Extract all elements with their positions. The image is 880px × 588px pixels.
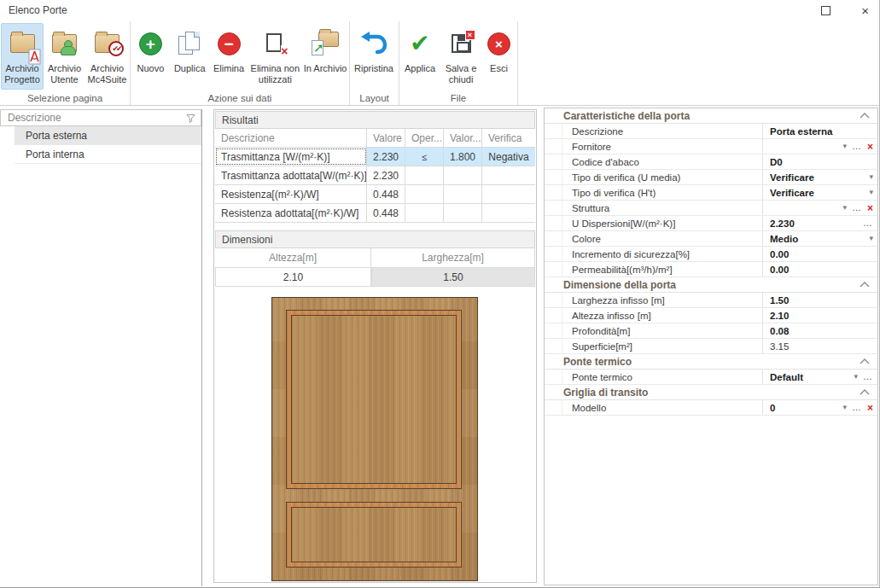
property-value-editor[interactable]: 2.10 [762,308,877,323]
cell-valore[interactable]: 2.230 [367,166,405,184]
property-label: Fornitore [562,139,762,154]
cell-verifica[interactable] [482,166,535,184]
close-icon[interactable]: × [856,4,874,17]
duplica-button[interactable]: Duplica [170,23,210,90]
filter-icon[interactable] [186,114,195,123]
property-row-colore: Colore Medio ▾ [545,231,877,247]
property-value-editor[interactable]: Medio ▾ [762,231,877,246]
cell-operatore[interactable]: ≤ [405,148,444,166]
clear-x-icon[interactable]: × [867,403,873,413]
elimina-button[interactable]: − Elimina [210,23,248,90]
dropdown-caret-icon[interactable]: ▾ [842,204,847,212]
check-icon: ✔ [410,32,429,55]
property-value-editor[interactable]: 0.00 [762,262,877,277]
ellipsis-button-icon[interactable]: … [863,221,873,224]
property-label: Colore [562,231,762,246]
cell-descrizione[interactable]: Trasmittanza [W/(m²·K)] [215,148,367,166]
dropdown-caret-icon[interactable]: ▾ [869,173,873,181]
list-item-porta-interna[interactable]: Porta interna [15,145,201,164]
dimensions-caption: Dimensioni [215,230,535,248]
column-header[interactable]: Valor... [444,129,482,147]
cell-verifica[interactable]: Negativa [482,148,535,166]
elimina-non-utilizzati-button[interactable]: × Elimina non utilizzati [248,23,302,90]
category-dimensione-della-porta[interactable]: Dimensione della porta [545,277,877,293]
property-value-editor[interactable]: ▾ … × [762,201,877,215]
ellipsis-button-icon[interactable]: … [852,206,862,209]
cell-descrizione[interactable]: Resistenza[(m²·K)/W] [215,185,367,203]
dropdown-caret-icon[interactable]: ▾ [869,235,873,242]
clear-x-icon[interactable]: × [867,142,873,152]
property-value-editor[interactable]: 0.00 [762,247,877,261]
dropdown-caret-icon[interactable]: ▾ [842,404,847,411]
cell-descrizione[interactable]: Trasmittanza adottata[W/(m²·K)] [215,166,367,184]
cell-operatore[interactable] [405,204,444,222]
salva-e-chiudi-button[interactable]: × Salva e chiudi [440,23,482,90]
dropdown-caret-icon[interactable]: ▾ [869,189,873,196]
list-item-porta-esterna[interactable]: Porta esterna [15,126,201,145]
column-header[interactable]: Oper... [405,129,444,147]
cell-altezza-value[interactable]: 2.10 [215,267,371,287]
cell-larghezza-value[interactable]: 1.50 [371,267,535,287]
category-caratteristiche-della-porta[interactable]: Caratteristiche della porta [545,108,877,124]
ripristina-button[interactable]: Ripristina [351,23,397,90]
table-row[interactable]: Trasmittanza [W/(m²·K)] 2.230 ≤ 1.800 Ne… [215,148,535,166]
applica-button[interactable]: ✔ Applica [400,23,440,90]
cell-verifica[interactable] [482,185,535,203]
property-label: Superficie[m²] [562,339,762,353]
column-header-larghezza[interactable]: Larghezza[m] [371,248,535,267]
in-archivio-button[interactable]: ➚ In Archivio [302,23,348,90]
table-row[interactable]: Resistenza adottata[(m²·K)/W] 0.448 [215,204,535,223]
property-value-editor[interactable]: Verificare ▾ [762,185,877,200]
column-header[interactable]: Verifica [482,129,535,147]
cell-valore-limite[interactable]: 1.800 [444,148,482,166]
cell-descrizione[interactable]: Resistenza adottata[(m²·K)/W] [215,204,367,222]
cell-operatore[interactable] [405,166,444,184]
property-grid-panel: Caratteristiche della porta Descrizione … [544,108,878,585]
chevron-up-icon[interactable] [860,358,870,364]
chevron-up-icon[interactable] [860,282,870,288]
archivio-progetto-button[interactable]: Archivio Progetto [1,23,44,90]
list-column-header[interactable]: Descrizione [0,109,201,126]
column-header-altezza[interactable]: Altezza[m] [215,248,371,267]
chevron-up-icon[interactable] [860,113,870,119]
esci-button[interactable]: × Esci [482,23,516,90]
archivio-mc4suite-button[interactable]: ✔✔ Archivio Mc4Suite [85,23,129,90]
archivio-utente-button[interactable]: Archivio Utente [44,23,85,90]
property-value-editor[interactable]: ▾ … × [762,139,877,154]
ellipsis-button-icon[interactable]: … [852,144,862,148]
clear-x-icon[interactable]: × [867,203,873,213]
door-preview-image [271,297,478,581]
cell-valore[interactable]: 0.448 [367,185,405,203]
nuovo-button[interactable]: + Nuovo [131,23,170,90]
table-row[interactable]: Resistenza[(m²·K)/W] 0.448 [215,185,535,204]
column-header[interactable]: Descrizione [215,129,367,147]
cell-valore[interactable]: 0.448 [367,204,405,222]
column-header[interactable]: Valore [367,129,405,147]
cell-valore[interactable]: 2.230 [367,148,405,166]
property-value-editor[interactable]: 2.230 … [762,216,877,230]
dropdown-caret-icon[interactable]: ▾ [854,373,858,381]
cell-verifica[interactable] [482,204,535,222]
ribbon-group-layout: Ripristina Layout [350,21,399,105]
cell-operatore[interactable] [405,185,444,203]
dropdown-caret-icon[interactable]: ▾ [842,143,847,150]
property-value-editor[interactable]: D0 [762,154,877,169]
category-ponte-termico[interactable]: Ponte termico [545,354,877,370]
property-row-ponte-termico: Ponte termico Default ▾ … [545,370,877,385]
category-griglia-di-transito[interactable]: Griglia di transito [545,385,877,400]
ellipsis-button-icon[interactable]: … [863,375,873,378]
property-value-editor[interactable]: Default ▾ … [762,370,877,384]
property-value-editor[interactable]: Porta esterna [762,124,877,138]
table-row[interactable]: Trasmittanza adottata[W/(m²·K)] 2.230 [215,166,535,185]
chevron-up-icon[interactable] [860,389,870,395]
maximize-icon[interactable] [821,6,830,15]
property-value-editor[interactable]: 0.08 [762,323,877,338]
property-value-editor[interactable]: Verificare ▾ [762,170,877,184]
property-value-editor[interactable]: 1.50 [762,293,877,307]
cell-valore-limite[interactable] [444,204,482,222]
ellipsis-button-icon[interactable]: … [852,405,862,409]
cell-valore-limite[interactable] [444,185,482,203]
cell-valore-limite[interactable] [444,166,482,184]
property-value-editor[interactable]: 0 ▾ … × [762,400,877,415]
property-row-u-dispersioni: U Dispersioni[W/(m²·K)] 2.230 … [545,216,877,231]
